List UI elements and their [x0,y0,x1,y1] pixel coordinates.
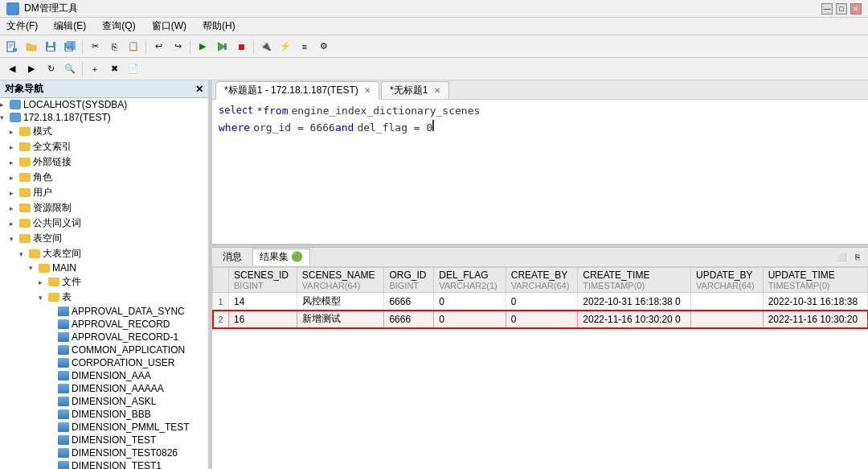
tree-node-resource[interactable]: ▸资源限制 [0,200,208,216]
tab-1-close[interactable]: ✕ [364,86,371,95]
tree-node-t4[interactable]: COMMON_APPLICATION [0,344,208,356]
nav-forward-button[interactable]: ▶ [23,60,40,78]
svg-rect-7 [47,47,54,51]
tree-node-extlink[interactable]: ▸外部链接 [0,154,208,170]
table-row[interactable]: 216新增测试6666002022-11-16 10:30:20 02022-1… [213,311,868,328]
col-header-create-by[interactable]: CREATE_BY VARCHAR(64) [506,268,578,293]
table-icon [58,345,69,355]
cell-0-4: 0 [506,293,578,311]
undo-button[interactable]: ↩ [149,38,167,56]
tree-arrow: ▾ [0,113,10,121]
col-header-org-id[interactable]: ORG_ID BIGINT [384,268,434,293]
editor-area[interactable]: select * from engine_index_dictionary_sc… [212,100,868,245]
tree-node-t11[interactable]: DIMENSION_TEST [0,434,208,446]
tree-arrow: ▸ [10,189,19,197]
results-tab-messages[interactable]: 消息 [215,249,249,265]
tree-node-t1[interactable]: APPROVAL_DATA_SYNC [0,305,208,318]
open-button[interactable] [23,38,40,56]
save-all-button[interactable] [61,38,79,56]
col-header-create-time[interactable]: CREATE_TIME TIMESTAMP(0) [578,268,691,293]
results-copy-button[interactable]: ⎘ [850,250,865,265]
tab-1[interactable]: *标题题1 - 172.18.1.187(TEST) ✕ [215,81,379,100]
cell-0-0: 14 [229,293,297,311]
col-header-update-time[interactable]: UPDATE_TIME TIMESTAMP(0) [763,268,867,293]
run-plan-button[interactable] [213,38,231,56]
table-icon [58,306,69,316]
tree-node-t5[interactable]: CORPORATION_USER [0,356,208,369]
tree-node-t2[interactable]: APPROVAL_RECORD [0,318,208,331]
tab-2[interactable]: *无标题1 ✕ [381,81,449,99]
col-header-scenes-id[interactable]: SCENES_ID BIGINT [229,268,297,293]
redo-button[interactable]: ↪ [169,38,186,56]
new-query-button[interactable] [3,38,21,56]
editor-content[interactable]: select * from engine_index_dictionary_sc… [212,100,868,140]
format-button[interactable]: ≡ [296,38,313,56]
nav-back-button[interactable]: ◀ [3,60,21,78]
col-header-update-by[interactable]: UPDATE_BY VARCHAR(64) [691,268,764,293]
copy-button[interactable]: ⎘ [105,38,123,56]
tree-node-fullindex[interactable]: ▸全文索引 [0,139,208,154]
cut-button[interactable]: ✂ [86,38,104,56]
col-header-del-flag[interactable]: DEL_FLAG VARCHAR2(1) [434,268,506,293]
tree-node-localhost[interactable]: ▸LOCALHOST(SYSDBA) [0,98,208,111]
tree-node-user[interactable]: ▸用户 [0,185,208,200]
tree-node-tables[interactable]: ▾表 [0,290,208,305]
table-row[interactable]: 114风控模型6666002022-10-31 16:18:38 02022-1… [213,293,868,311]
disconnect-button[interactable]: ⚡ [276,38,294,56]
tree-node-t8[interactable]: DIMENSION_ASKL [0,395,208,408]
tree-node-role[interactable]: ▸角色 [0,170,208,185]
results-tab-results[interactable]: 结果集 🟢 [252,249,310,265]
sidebar-close-icon[interactable]: ✕ [195,84,203,95]
tree-node-bigts[interactable]: ▾大表空间 [0,246,208,261]
settings-button[interactable]: ⚙ [315,38,333,56]
results-expand-button[interactable]: ⬜ [834,250,849,265]
svg-rect-13 [224,43,227,50]
save-button[interactable] [42,38,59,56]
tab-2-close[interactable]: ✕ [434,86,440,95]
results-table: SCENES_ID BIGINT SCENES_NAME VARCHAR(64)… [212,267,868,328]
cell-1-7: 2022-11-16 10:30:20 [763,311,867,328]
col-header-scenes-name[interactable]: SCENES_NAME VARCHAR(64) [297,268,384,293]
tree-label: 表 [62,290,72,304]
tree-node-t6[interactable]: DIMENSION_AAA [0,369,208,382]
tree-node-tablespace[interactable]: ▾表空间 [0,231,208,246]
menu-file[interactable]: 文件(F) [3,18,41,35]
tree-node-docs[interactable]: ▸文件 [0,274,208,290]
tree-node-t3[interactable]: APPROVAL_RECORD-1 [0,331,208,344]
tree-node-server[interactable]: ▾172.18.1.187(TEST) [0,111,208,124]
connect-button[interactable]: 🔌 [257,38,275,56]
maximize-button[interactable]: □ [836,3,847,14]
menu-window[interactable]: 窗口(W) [149,18,190,35]
tree-node-t9[interactable]: DIMENSION_BBB [0,408,208,421]
toolbar-secondary: ◀ ▶ ↻ 🔍 + ✖ 📄 [0,58,868,80]
paste-button[interactable]: 📋 [125,38,142,56]
tree-node-t7[interactable]: DIMENSION_AAAAA [0,382,208,395]
new-object-button[interactable]: + [86,60,104,78]
refresh-button[interactable]: ↻ [42,60,59,78]
table-icon [58,435,69,445]
cell-1-1: 新增测试 [297,311,384,328]
tree-node-t13[interactable]: DIMENSION_TEST1 [0,459,208,469]
close-button[interactable]: ✕ [850,3,862,14]
filter-button[interactable]: 🔍 [61,60,79,78]
menu-bar: 文件(F) 编辑(E) 查询(Q) 窗口(W) 帮助(H) [0,18,868,35]
table-icon [58,332,69,342]
minimize-button[interactable]: — [821,3,833,14]
tree-node-schema[interactable]: ▸模式 [0,124,208,139]
results-content[interactable]: SCENES_ID BIGINT SCENES_NAME VARCHAR(64)… [212,267,868,469]
tree-node-t12[interactable]: DIMENSION_TEST0826 [0,446,208,459]
run-button[interactable]: ▶ [194,38,211,56]
cell-1-3: 0 [434,311,506,328]
tree-arrow: ▸ [10,128,19,136]
menu-query[interactable]: 查询(Q) [99,18,138,35]
tree-node-synonym[interactable]: ▸公共同义词 [0,216,208,231]
properties-button[interactable]: 📄 [125,60,142,78]
delete-object-button[interactable]: ✖ [105,60,123,78]
tree-node-main[interactable]: ▾MAIN [0,261,208,274]
menu-help[interactable]: 帮助(H) [199,18,239,35]
table-header-row: SCENES_ID BIGINT SCENES_NAME VARCHAR(64)… [213,268,868,293]
menu-edit[interactable]: 编辑(E) [51,18,89,35]
tree-node-t10[interactable]: DIMENSION_PMML_TEST [0,421,208,434]
tree-arrow: ▾ [19,250,29,258]
stop-button[interactable]: ⏹ [232,38,250,56]
